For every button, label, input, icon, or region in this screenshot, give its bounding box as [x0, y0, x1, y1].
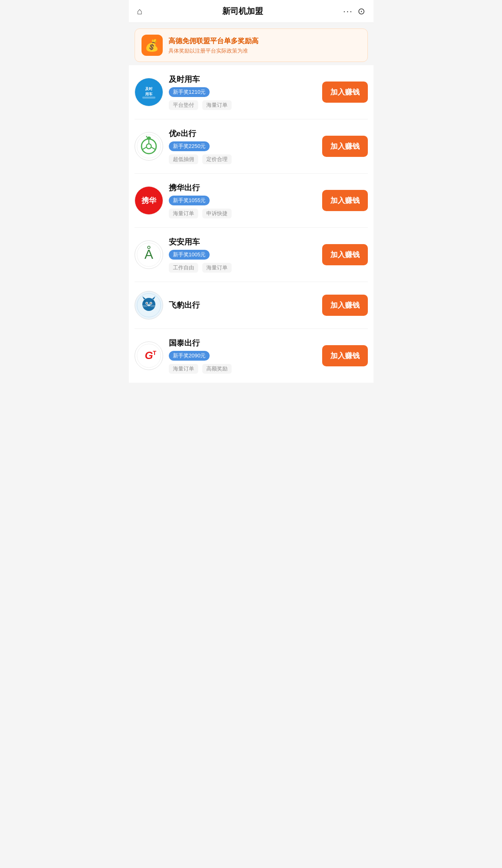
- service-tag-anan-0: 工作自由: [169, 263, 198, 273]
- guotai-logo-svg: G T: [137, 344, 161, 368]
- service-name-youe: 优e出行: [169, 128, 316, 139]
- service-info-jishi: 及时用车 新手奖1210元 平台垫付 海量订单: [169, 74, 316, 110]
- service-tags-anan: 工作自由 海量订单: [169, 263, 316, 273]
- page-title: 新司机加盟: [222, 6, 263, 17]
- service-tags-jishi: 平台垫付 海量订单: [169, 100, 316, 110]
- service-info-feibao: 飞豹出行: [169, 300, 316, 311]
- service-tags-guotai: 海量订单 高额奖励: [169, 364, 316, 374]
- service-item-feibao: 飞豹出行 加入赚钱: [135, 282, 368, 329]
- nav-left: ⌂: [137, 6, 142, 17]
- svg-rect-3: [142, 97, 155, 99]
- service-name-anan: 安安用车: [169, 237, 316, 247]
- service-tags-youe: 超低抽佣 定价合理: [169, 154, 316, 164]
- svg-text:A: A: [144, 247, 153, 262]
- svg-point-24: [147, 304, 150, 306]
- nav-bar: ⌂ 新司机加盟 ··· ⊙: [129, 0, 374, 23]
- svg-text:T: T: [153, 350, 156, 356]
- service-item-youe: 优e出行 新手奖2250元 超低抽佣 定价合理 加入赚钱: [135, 119, 368, 174]
- service-tag-guotai-0: 海量订单: [169, 364, 198, 374]
- service-badge-youe: 新手奖2250元: [169, 141, 210, 151]
- service-tag-jishi-0: 平台垫付: [169, 100, 198, 110]
- join-button-feibao[interactable]: 加入赚钱: [322, 295, 368, 316]
- service-info-youe: 优e出行 新手奖2250元 超低抽佣 定价合理: [169, 128, 316, 164]
- service-tag-jishi-1: 海量订单: [202, 100, 232, 110]
- service-tag-anan-1: 海量订单: [202, 263, 232, 273]
- service-logo-jishi: 及时 用车: [135, 78, 163, 106]
- service-name-jishi: 及时用车: [169, 74, 316, 85]
- anan-logo-svg: A: [137, 242, 161, 267]
- join-button-guotai[interactable]: 加入赚钱: [322, 345, 368, 366]
- join-button-jishi[interactable]: 加入赚钱: [322, 82, 368, 103]
- feibao-logo-svg: [137, 293, 161, 317]
- svg-point-25: [144, 300, 146, 302]
- service-info-anan: 安安用车 新手奖1005元 工作自由 海量订单: [169, 237, 316, 273]
- service-name-guotai: 国泰出行: [169, 338, 316, 348]
- scan-icon[interactable]: ⊙: [358, 6, 365, 17]
- service-item-xiehua: 携华 携华出行 新手奖1055元 海量订单 申诉快捷 加入赚钱: [135, 174, 368, 228]
- nav-right: ··· ⊙: [343, 6, 365, 17]
- svg-point-26: [152, 300, 154, 302]
- service-tag-youe-0: 超低抽佣: [169, 154, 198, 164]
- banner-subtitle: 具体奖励以注册平台实际政策为准: [168, 47, 259, 55]
- banner-icon: 💰: [142, 35, 163, 56]
- service-info-xiehua: 携华出行 新手奖1055元 海量订单 申诉快捷: [169, 183, 316, 218]
- service-tag-guotai-1: 高额奖励: [202, 364, 232, 374]
- banner-title: 高德免佣联盟平台单多奖励高: [168, 36, 259, 46]
- service-logo-xiehua: 携华: [135, 186, 163, 215]
- home-icon[interactable]: ⌂: [137, 6, 142, 17]
- svg-point-23: [150, 303, 151, 304]
- service-badge-jishi: 新手奖1210元: [169, 87, 210, 97]
- youe-logo-svg: [137, 134, 161, 159]
- promo-banner: 💰 高德免佣联盟平台单多奖励高 具体奖励以注册平台实际政策为准: [135, 29, 368, 62]
- service-name-feibao: 飞豹出行: [169, 300, 316, 311]
- service-logo-youe: [135, 132, 163, 161]
- join-button-xiehua[interactable]: 加入赚钱: [322, 190, 368, 211]
- service-info-guotai: 国泰出行 新手奖2090元 海量订单 高额奖励: [169, 338, 316, 374]
- service-badge-xiehua: 新手奖1055元: [169, 196, 210, 205]
- svg-point-22: [146, 303, 147, 304]
- join-button-anan[interactable]: 加入赚钱: [322, 244, 368, 265]
- service-logo-feibao: [135, 291, 163, 319]
- service-item-guotai: G T 国泰出行 新手奖2090元 海量订单 高额奖励 加入赚钱: [135, 329, 368, 383]
- join-button-youe[interactable]: 加入赚钱: [322, 136, 368, 157]
- service-logo-guotai: G T: [135, 341, 163, 370]
- svg-text:用车: 用车: [145, 92, 153, 96]
- service-tags-xiehua: 海量订单 申诉快捷: [169, 209, 316, 218]
- service-tag-youe-1: 定价合理: [202, 154, 232, 164]
- service-logo-anan: A: [135, 240, 163, 269]
- service-item-jishi: 及时 用车 及时用车 新手奖1210元 平台垫付 海量订单 加入赚钱: [135, 65, 368, 119]
- banner-text: 高德免佣联盟平台单多奖励高 具体奖励以注册平台实际政策为准: [168, 36, 259, 55]
- svg-point-10: [147, 137, 151, 140]
- service-item-anan: A 安安用车 新手奖1005元 工作自由 海量订单 加入赚钱: [135, 228, 368, 282]
- more-icon[interactable]: ···: [343, 6, 353, 17]
- service-name-xiehua: 携华出行: [169, 183, 316, 193]
- svg-text:G: G: [144, 349, 153, 361]
- svg-text:携华: 携华: [141, 196, 157, 205]
- service-tag-xiehua-0: 海量订单: [169, 209, 198, 218]
- service-tag-xiehua-1: 申诉快捷: [202, 209, 232, 218]
- svg-text:及时: 及时: [145, 87, 153, 91]
- service-list: 及时 用车 及时用车 新手奖1210元 平台垫付 海量订单 加入赚钱: [129, 65, 374, 383]
- jishi-logo-svg: 及时 用车: [137, 80, 161, 104]
- xiehua-logo-svg: 携华: [137, 188, 161, 213]
- service-badge-anan: 新手奖1005元: [169, 250, 210, 260]
- service-badge-guotai: 新手奖2090元: [169, 351, 210, 361]
